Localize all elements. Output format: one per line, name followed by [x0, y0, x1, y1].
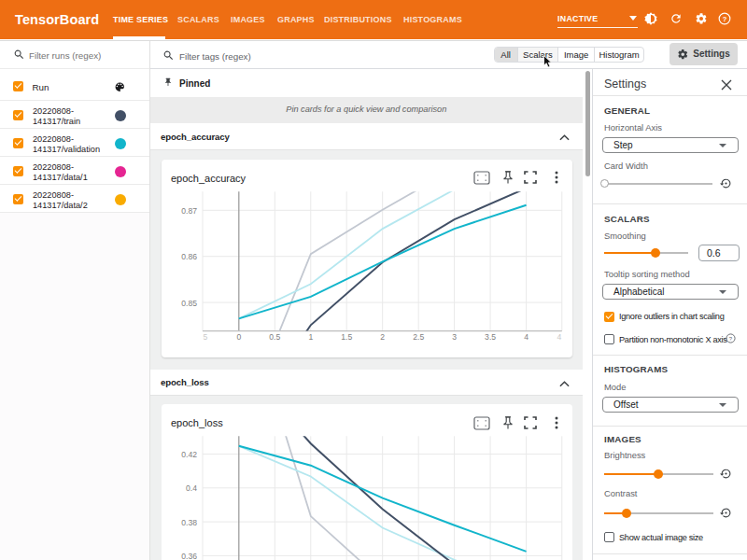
svg-text:1: 1	[308, 331, 313, 341]
svg-text:?: ?	[723, 15, 727, 23]
svg-text:0.5: 0.5	[269, 331, 280, 341]
svg-text:0: 0	[236, 331, 241, 341]
svg-text:0.4: 0.4	[186, 483, 197, 493]
svg-text:2.5: 2.5	[413, 331, 424, 341]
svg-text:3: 3	[452, 331, 457, 341]
svg-text:?: ?	[729, 336, 733, 342]
svg-text:2: 2	[380, 331, 385, 341]
svg-text:4: 4	[524, 331, 529, 341]
svg-text:0.85: 0.85	[181, 298, 197, 307]
svg-text:0.38: 0.38	[181, 518, 197, 527]
svg-text:4: 4	[557, 331, 561, 341]
svg-text:5: 5	[203, 331, 207, 341]
svg-text:0.42: 0.42	[181, 450, 197, 459]
svg-text:1.5: 1.5	[341, 331, 352, 341]
svg-text:3.5: 3.5	[485, 331, 496, 341]
svg-text:0.36: 0.36	[181, 552, 197, 560]
svg-text:0.87: 0.87	[181, 205, 197, 215]
svg-text:0.86: 0.86	[181, 252, 197, 261]
